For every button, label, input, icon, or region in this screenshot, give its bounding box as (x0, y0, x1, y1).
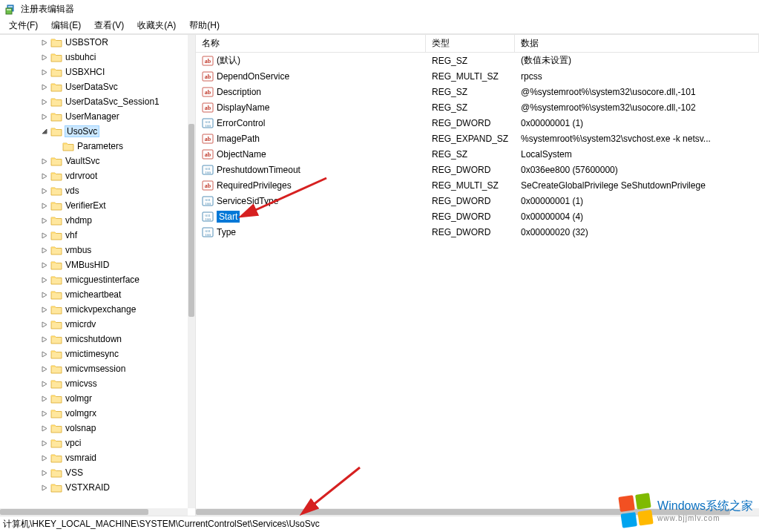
list-row[interactable]: ErrorControlREG_DWORD0x00000001 (1) (196, 115, 759, 131)
chevron-right-icon[interactable] (42, 366, 48, 372)
tree-item[interactable]: vmicheartbeat (0, 287, 188, 302)
chevron-right-icon[interactable] (42, 84, 48, 91)
value-name: Start (217, 211, 240, 223)
chevron-right-icon[interactable] (42, 410, 48, 417)
chevron-right-icon[interactable] (42, 351, 48, 358)
tree-item[interactable]: volsnap (0, 421, 188, 436)
column-name-header[interactable]: 名称 (196, 35, 426, 53)
list-row[interactable]: (默认)REG_SZ(数值未设置) (196, 53, 759, 68)
column-type-header[interactable]: 类型 (426, 35, 515, 53)
tree-item[interactable]: UserDataSvc_Session1 (0, 94, 188, 109)
list-body[interactable]: (默认)REG_SZ(数值未设置)DependOnServiceREG_MULT… (196, 53, 759, 240)
chevron-right-icon[interactable] (42, 54, 48, 61)
tree-item[interactable]: vmickvpexchange (0, 302, 188, 317)
tree-item[interactable]: vdrvroot (0, 168, 188, 183)
chevron-right-icon[interactable] (42, 336, 48, 343)
registry-tree[interactable]: USBSTORusbuhciUSBXHCIUserDataSvcUserData… (0, 35, 188, 495)
folder-icon (50, 230, 62, 240)
menu-edit[interactable]: 编辑(E) (45, 18, 87, 33)
list-row[interactable]: ServiceSidTypeREG_DWORD0x00000001 (1) (196, 193, 759, 208)
menu-file[interactable]: 文件(F) (3, 18, 44, 33)
chevron-right-icon[interactable] (42, 173, 48, 180)
cell-type: REG_DWORD (426, 196, 515, 206)
tree-item[interactable]: volmgr (0, 391, 188, 406)
reg-string-icon (202, 180, 214, 191)
tree-item-label: vmicguestinterface (65, 275, 139, 285)
tree-item[interactable]: USBXHCI (0, 65, 188, 79)
tree-item[interactable]: vmicvmsession (0, 361, 188, 376)
menu-help[interactable]: 帮助(H) (183, 18, 226, 33)
tree-item[interactable]: volmgrx (0, 406, 188, 421)
list-row[interactable]: StartREG_DWORD0x00000004 (4) (196, 208, 759, 224)
tree-item[interactable]: vmbus (0, 243, 188, 257)
tree-item[interactable]: vmicshutdown (0, 332, 188, 347)
values-list-pane: 名称 类型 数据 (默认)REG_SZ(数值未设置)DependOnServic… (196, 35, 759, 516)
chevron-right-icon[interactable] (42, 188, 48, 194)
chevron-right-icon[interactable] (42, 425, 48, 432)
tree-item[interactable]: UserManager (0, 109, 188, 124)
chevron-down-icon[interactable] (42, 128, 48, 135)
tree-item[interactable]: vpci (0, 436, 188, 450)
tree-item[interactable]: vmicguestinterface (0, 272, 188, 287)
chevron-right-icon[interactable] (42, 306, 48, 313)
tree-item[interactable]: vds (0, 183, 188, 198)
cell-type: REG_DWORD (426, 165, 515, 175)
chevron-right-icon[interactable] (42, 158, 48, 165)
column-data-header[interactable]: 数据 (515, 35, 759, 53)
tree-item[interactable]: vmicrdv (0, 317, 188, 332)
chevron-right-icon[interactable] (42, 203, 48, 209)
chevron-right-icon[interactable] (42, 39, 48, 46)
tree-item[interactable]: UserDataSvc (0, 79, 188, 94)
chevron-right-icon[interactable] (42, 217, 48, 224)
cell-type: REG_SZ (426, 102, 515, 113)
tree-item[interactable]: usbuhci (0, 50, 188, 65)
reg-binary-icon (202, 117, 214, 129)
list-row[interactable]: PreshutdownTimeoutREG_DWORD0x036ee800 (5… (196, 162, 759, 177)
tree-item[interactable]: USBSTOR (0, 35, 188, 50)
menu-view[interactable]: 查看(V) (88, 18, 130, 33)
cell-type: REG_SZ (426, 149, 515, 160)
chevron-right-icon[interactable] (42, 247, 48, 254)
tree-item[interactable]: vmicvss (0, 376, 188, 391)
tree-item[interactable]: UsoSvc (0, 124, 188, 139)
list-row[interactable]: DescriptionREG_SZ@%systemroot%\system32\… (196, 84, 759, 99)
cell-data: LocalSystem (515, 149, 759, 160)
tree-item[interactable]: VSTXRAID (0, 480, 188, 495)
tree-item[interactable]: vsmraid (0, 450, 188, 465)
list-row[interactable]: TypeREG_DWORD0x00000020 (32) (196, 224, 759, 240)
tree-scrollbar-vertical[interactable] (188, 35, 195, 508)
folder-icon (62, 141, 74, 151)
cell-data: 0x00000020 (32) (515, 227, 759, 237)
tree-item[interactable]: VSS (0, 465, 188, 480)
folder-icon (50, 111, 62, 122)
tree-item[interactable]: Parameters (0, 139, 188, 154)
tree-item[interactable]: vhdmp (0, 213, 188, 228)
list-row[interactable]: DisplayNameREG_SZ@%systemroot%\system32\… (196, 99, 759, 115)
chevron-right-icon[interactable] (42, 262, 48, 269)
tree-item-label: vhf (65, 230, 77, 240)
tree-item[interactable]: VerifierExt (0, 198, 188, 213)
chevron-right-icon[interactable] (42, 470, 48, 476)
chevron-right-icon[interactable] (42, 485, 48, 491)
list-row[interactable]: ObjectNameREG_SZLocalSystem (196, 146, 759, 162)
tree-item[interactable]: VaultSvc (0, 154, 188, 168)
chevron-right-icon[interactable] (42, 69, 48, 76)
list-row[interactable]: ImagePathREG_EXPAND_SZ%systemroot%\syste… (196, 131, 759, 146)
chevron-right-icon[interactable] (42, 395, 48, 402)
list-row[interactable]: DependOnServiceREG_MULTI_SZrpcss (196, 68, 759, 84)
tree-scrollbar-horizontal[interactable] (0, 508, 188, 516)
chevron-right-icon[interactable] (42, 277, 48, 283)
tree-item[interactable]: vmictimesync (0, 347, 188, 361)
menu-favorites[interactable]: 收藏夹(A) (131, 18, 182, 33)
chevron-right-icon[interactable] (42, 99, 48, 105)
chevron-right-icon[interactable] (42, 455, 48, 462)
tree-item[interactable]: VMBusHID (0, 257, 188, 272)
chevron-right-icon[interactable] (42, 292, 48, 298)
chevron-right-icon[interactable] (42, 114, 48, 120)
list-row[interactable]: RequiredPrivilegesREG_MULTI_SZSeCreateGl… (196, 177, 759, 193)
chevron-right-icon[interactable] (42, 321, 48, 328)
chevron-right-icon[interactable] (42, 381, 48, 387)
chevron-right-icon[interactable] (42, 440, 48, 447)
chevron-right-icon[interactable] (42, 232, 48, 239)
tree-item[interactable]: vhf (0, 228, 188, 243)
